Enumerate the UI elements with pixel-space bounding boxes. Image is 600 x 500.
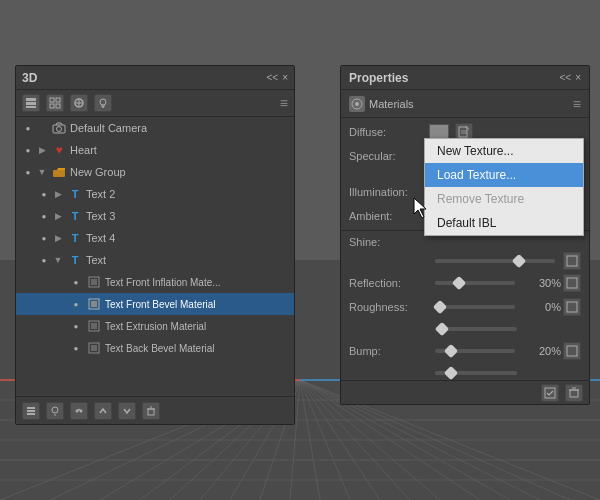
- layer-expand-text[interactable]: ▼: [52, 254, 64, 266]
- materials-tab-icon: [349, 96, 365, 112]
- layer-name-camera: Default Camera: [70, 122, 147, 134]
- layer-expand-text3[interactable]: ▶: [52, 210, 64, 222]
- roughness-file-btn[interactable]: [563, 298, 581, 316]
- toolbar-light-icon[interactable]: [94, 94, 112, 112]
- panel-3d-footer: [16, 396, 294, 424]
- roughness-row: Roughness: 0%: [341, 295, 589, 319]
- svg-rect-53: [27, 410, 35, 412]
- layer-vis-text3[interactable]: [36, 208, 52, 224]
- svg-rect-33: [50, 104, 54, 108]
- reflection-slider-thumb: [452, 276, 466, 290]
- roughness-slider2[interactable]: [435, 327, 517, 331]
- layer-expand-newgroup[interactable]: ▼: [36, 166, 48, 178]
- reflection-value: 30%: [521, 277, 561, 289]
- camera-icon: [51, 120, 67, 136]
- layer-name-heart: Heart: [70, 144, 97, 156]
- panel-3d-toolbar: ≡: [16, 90, 294, 117]
- layer-name-text3: Text 3: [86, 210, 115, 222]
- panel-3d-header: 3D << ×: [16, 66, 294, 90]
- layer-name-text: Text: [86, 254, 106, 266]
- heart-icon: ♥: [51, 142, 67, 158]
- props-footer-icon2[interactable]: [565, 384, 583, 402]
- footer-up-btn[interactable]: [94, 402, 112, 420]
- layer-item-camera[interactable]: Default Camera: [16, 117, 294, 139]
- reflection-label: Reflection:: [349, 277, 429, 289]
- layer-vis-heart[interactable]: [20, 142, 36, 158]
- svg-rect-31: [50, 98, 54, 102]
- svg-rect-43: [53, 170, 65, 177]
- props-close[interactable]: ×: [575, 72, 581, 83]
- layer-item-text3[interactable]: ▶ T Text 3: [16, 205, 294, 227]
- layer-item-newgroup[interactable]: ▼ New Group: [16, 161, 294, 183]
- layer-vis-text4[interactable]: [36, 230, 52, 246]
- toolbar-table-icon[interactable]: [46, 94, 64, 112]
- reflection-file-btn[interactable]: [563, 274, 581, 292]
- footer-down-btn[interactable]: [118, 402, 136, 420]
- svg-point-63: [355, 102, 359, 106]
- props-menu-icon[interactable]: ≡: [573, 96, 581, 112]
- svg-point-58: [80, 409, 83, 412]
- bump-slider2[interactable]: [435, 371, 517, 375]
- layer-item-text2[interactable]: ▶ T Text 2: [16, 183, 294, 205]
- svg-rect-76: [545, 388, 555, 398]
- layer-expand-text4[interactable]: ▶: [52, 232, 64, 244]
- shine-file-btn[interactable]: [563, 252, 581, 270]
- panel-3d: 3D << × ≡ Default Camera: [15, 65, 295, 425]
- toolbar-layers-icon[interactable]: [22, 94, 40, 112]
- ctx-default-ibl[interactable]: Default IBL: [425, 211, 583, 235]
- props-footer-icon1[interactable]: [541, 384, 559, 402]
- illumination-label: Illumination:: [349, 186, 429, 198]
- layer-item-front-bevel[interactable]: Text Front Bevel Material: [16, 293, 294, 315]
- footer-layers-btn[interactable]: [22, 402, 40, 420]
- layer-item-front-inflation[interactable]: Text Front Inflation Mate...: [16, 271, 294, 293]
- layer-item-back-bevel[interactable]: Text Back Bevel Material: [16, 337, 294, 359]
- footer-link-btn[interactable]: [70, 402, 88, 420]
- svg-rect-34: [56, 104, 60, 108]
- props-controls: << ×: [559, 72, 581, 83]
- roughness-label: Roughness:: [349, 301, 429, 313]
- panel-3d-close[interactable]: ×: [282, 72, 288, 83]
- ctx-load-texture[interactable]: Load Texture...: [425, 163, 583, 187]
- roughness-slider[interactable]: [435, 305, 515, 309]
- props-collapse[interactable]: <<: [559, 72, 571, 83]
- footer-delete-btn[interactable]: [142, 402, 160, 420]
- roughness-slider-visual: [341, 319, 589, 339]
- layer-vis-text2[interactable]: [36, 186, 52, 202]
- layer-vis-camera[interactable]: [20, 120, 36, 136]
- layer-vis-extrusion[interactable]: [68, 318, 84, 334]
- roughness-value: 0%: [521, 301, 561, 313]
- layer-vis-front-bevel[interactable]: [68, 296, 84, 312]
- layer-vis-front-inflation[interactable]: [68, 274, 84, 290]
- layer-item-text4[interactable]: ▶ T Text 4: [16, 227, 294, 249]
- layer-item-text[interactable]: ▼ T Text: [16, 249, 294, 271]
- panel-3d-controls: << ×: [266, 72, 288, 83]
- diffuse-label: Diffuse:: [349, 126, 429, 138]
- roughness-slider-thumb: [433, 300, 447, 314]
- svg-point-55: [52, 407, 58, 413]
- ctx-new-texture[interactable]: New Texture...: [425, 139, 583, 163]
- layer-expand-heart: ▶: [36, 144, 48, 156]
- text-icon: T: [67, 252, 83, 268]
- shine-slider[interactable]: [435, 259, 555, 263]
- layer-item-heart[interactable]: ▶ ♥ Heart: [16, 139, 294, 161]
- reflection-slider[interactable]: [435, 281, 515, 285]
- bump-file-btn[interactable]: [563, 342, 581, 360]
- layer-expand-text2[interactable]: ▶: [52, 188, 64, 200]
- bump-slider[interactable]: [435, 349, 515, 353]
- toolbar-props-icon[interactable]: [70, 94, 88, 112]
- layer-name-back-bevel: Text Back Bevel Material: [105, 343, 215, 354]
- panel-3d-menu-icon[interactable]: ≡: [280, 95, 288, 111]
- layer-name-newgroup: New Group: [70, 166, 126, 178]
- panel-3d-collapse[interactable]: <<: [266, 72, 278, 83]
- layer-vis-newgroup[interactable]: [20, 164, 36, 180]
- group-icon: [51, 164, 67, 180]
- layer-vis-back-bevel[interactable]: [68, 340, 84, 356]
- layer-item-extrusion[interactable]: Text Extrusion Material: [16, 315, 294, 337]
- tab-materials[interactable]: Materials: [349, 96, 414, 112]
- layer-name-extrusion: Text Extrusion Material: [105, 321, 206, 332]
- specular-label: Specular:: [349, 150, 429, 162]
- context-menu: New Texture... Load Texture... Remove Te…: [424, 138, 584, 236]
- svg-rect-72: [567, 256, 577, 266]
- footer-light-btn[interactable]: [46, 402, 64, 420]
- layer-vis-text[interactable]: [36, 252, 52, 268]
